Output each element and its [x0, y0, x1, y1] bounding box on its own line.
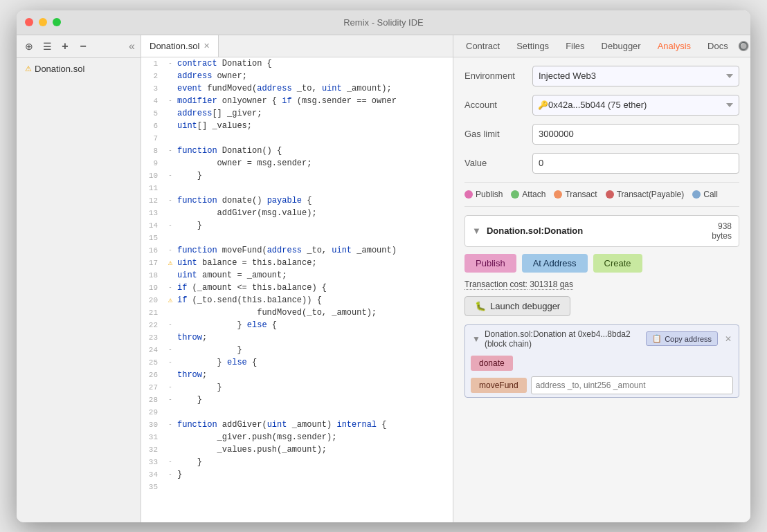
bug-icon: 🐛 — [475, 301, 486, 311]
call-dot — [692, 190, 701, 199]
copy-address-button[interactable]: 📋 Copy address — [646, 331, 718, 346]
code-line: 2address owner; — [141, 70, 453, 82]
open-folder-icon[interactable]: ☰ — [40, 39, 54, 53]
tab-docs[interactable]: Docs — [701, 38, 735, 54]
new-file-icon[interactable]: ⊕ — [22, 39, 36, 53]
fold-icon[interactable]: - — [168, 57, 172, 70]
movefund-input[interactable] — [531, 376, 733, 394]
legend-row: Publish Attach Transact Transact(Payable… — [464, 182, 739, 207]
tab-settings[interactable]: Settings — [509, 38, 556, 54]
fold-icon[interactable]: - — [168, 419, 172, 431]
gas-limit-row: Gas limit — [464, 124, 739, 145]
code-line: 19-if (_amount <= this.balance) { — [141, 282, 453, 294]
fold-icon[interactable]: - — [168, 356, 172, 369]
code-line: 33- } — [141, 456, 453, 468]
fold-icon[interactable]: - — [168, 282, 172, 294]
fold-icon[interactable]: - — [168, 319, 172, 331]
tab-files[interactable]: Files — [559, 38, 591, 54]
line-number: 20 — [141, 294, 163, 306]
fold-icon[interactable]: - — [168, 468, 172, 481]
line-content: } — [177, 381, 453, 394]
line-content — [177, 132, 453, 145]
code-editor[interactable]: 1-contract Donation {2address owner;3eve… — [141, 57, 453, 522]
line-number: 11 — [141, 182, 163, 194]
donate-button[interactable]: donate — [471, 356, 513, 371]
publish-button[interactable]: Publish — [464, 254, 516, 273]
line-number: 32 — [141, 443, 163, 456]
account-label: Account — [464, 100, 527, 110]
code-line: 23throw; — [141, 331, 453, 344]
environment-select[interactable]: Injected Web3 — [532, 66, 739, 86]
line-content: if (_to.send(this.balance)) { — [177, 294, 453, 306]
value-input[interactable] — [532, 153, 739, 174]
create-button[interactable]: Create — [593, 254, 642, 273]
code-line: 20⚠if (_to.send(this.balance)) { — [141, 294, 453, 306]
function-donate-row: donate — [465, 353, 739, 374]
tab-close-icon[interactable]: ✕ — [204, 42, 210, 51]
contract-chevron-icon[interactable]: ▼ — [472, 226, 481, 236]
fold-icon[interactable]: - — [168, 194, 172, 207]
launch-debugger-button[interactable]: 🐛 Launch debugger — [464, 296, 570, 316]
line-content: contract Donation { — [177, 57, 453, 70]
tab-debugger[interactable]: Debugger — [595, 38, 648, 54]
collapse-sidebar-icon[interactable]: « — [129, 40, 135, 53]
code-line: 22- } else { — [141, 319, 453, 331]
legend-attach-label: Attach — [522, 190, 545, 199]
tab-analysis[interactable]: Analysis — [651, 38, 698, 54]
code-line: 9 owner = msg.sender; — [141, 157, 453, 169]
line-content: } else { — [177, 356, 453, 369]
minimize-button[interactable] — [39, 18, 47, 26]
line-number: 19 — [141, 282, 163, 294]
line-content: function donate() payable { — [177, 194, 453, 207]
fold-icon[interactable]: - — [168, 381, 172, 394]
code-line: 24- } — [141, 344, 453, 356]
line-number: 7 — [141, 132, 163, 145]
maximize-button[interactable] — [53, 18, 61, 26]
code-line: 34-} — [141, 468, 453, 481]
fold-icon[interactable]: - — [168, 344, 172, 356]
fold-icon[interactable]: - — [168, 394, 172, 406]
right-content: Environment Injected Web3 Account 🔑 0x42… — [453, 57, 750, 522]
line-content: } — [177, 219, 453, 232]
fold-icon[interactable]: - — [168, 169, 172, 182]
account-row: Account 🔑 0x42a...5b044 (75 ether) — [464, 95, 739, 116]
line-content: address[] _giver; — [177, 107, 453, 120]
deployed-close-icon[interactable]: ✕ — [725, 334, 732, 344]
line-number: 26 — [141, 369, 163, 381]
fold-icon[interactable]: - — [168, 219, 172, 232]
sidebar: ⊕ ☰ + − « ⚠ Donation.sol — [17, 35, 141, 522]
fold-icon[interactable]: - — [168, 95, 172, 107]
gas-limit-input[interactable] — [532, 124, 739, 145]
account-select[interactable]: 0x42a...5b044 (75 ether) — [532, 95, 739, 116]
contract-name: Donation.sol:Donation — [487, 226, 712, 236]
close-button[interactable] — [25, 18, 33, 26]
code-line: 5address[] _giver; — [141, 107, 453, 120]
editor-tab-donation[interactable]: Donation.sol ✕ — [141, 35, 219, 57]
fold-icon[interactable]: - — [168, 244, 172, 257]
at-address-button[interactable]: At Address — [522, 254, 588, 273]
code-line: 14- } — [141, 219, 453, 232]
add-icon[interactable]: + — [58, 39, 72, 53]
deployed-chevron-icon[interactable]: ▼ — [472, 334, 480, 344]
action-row: Publish At Address Create — [464, 254, 739, 273]
line-content: owner = msg.sender; — [177, 157, 453, 169]
environment-row: Environment Injected Web3 — [464, 66, 739, 86]
line-content: uint amount = _amount; — [177, 269, 453, 282]
code-line: 3event fundMoved(address _to, uint _amou… — [141, 82, 453, 95]
movefund-button[interactable]: moveFund — [471, 378, 527, 393]
fold-icon[interactable]: - — [168, 145, 172, 157]
sidebar-item-donation[interactable]: ⚠ Donation.sol — [17, 61, 141, 77]
legend-call: Call — [692, 190, 718, 199]
remove-icon[interactable]: − — [76, 39, 90, 53]
line-number: 8 — [141, 145, 163, 157]
tab-contract[interactable]: Contract — [459, 38, 507, 54]
code-line: 26throw; — [141, 369, 453, 381]
more-tabs-icon[interactable]: 🔘 — [738, 41, 749, 51]
line-number: 21 — [141, 306, 163, 319]
line-content — [177, 182, 453, 194]
attach-dot — [511, 190, 519, 199]
code-line: 25- } else { — [141, 356, 453, 369]
line-number: 12 — [141, 194, 163, 207]
publish-dot — [464, 190, 473, 199]
fold-icon[interactable]: - — [168, 456, 172, 468]
